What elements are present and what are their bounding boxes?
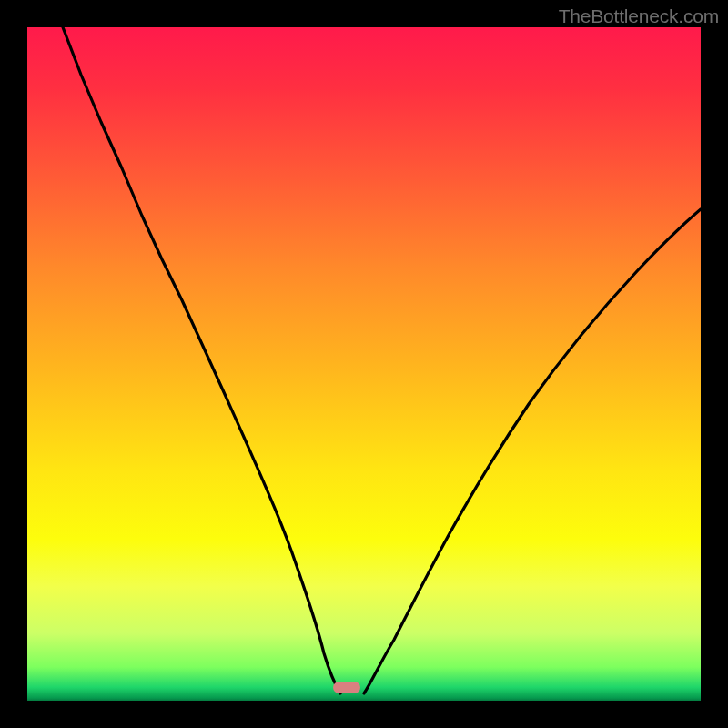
chart-frame: TheBottleneck.com <box>0 0 728 728</box>
branding-watermark: TheBottleneck.com <box>559 5 719 27</box>
minimum-marker <box>333 682 360 693</box>
curve-left-branch <box>63 27 340 693</box>
bottleneck-curve <box>27 27 701 701</box>
plot-area <box>27 27 701 701</box>
curve-right-branch <box>364 209 701 693</box>
